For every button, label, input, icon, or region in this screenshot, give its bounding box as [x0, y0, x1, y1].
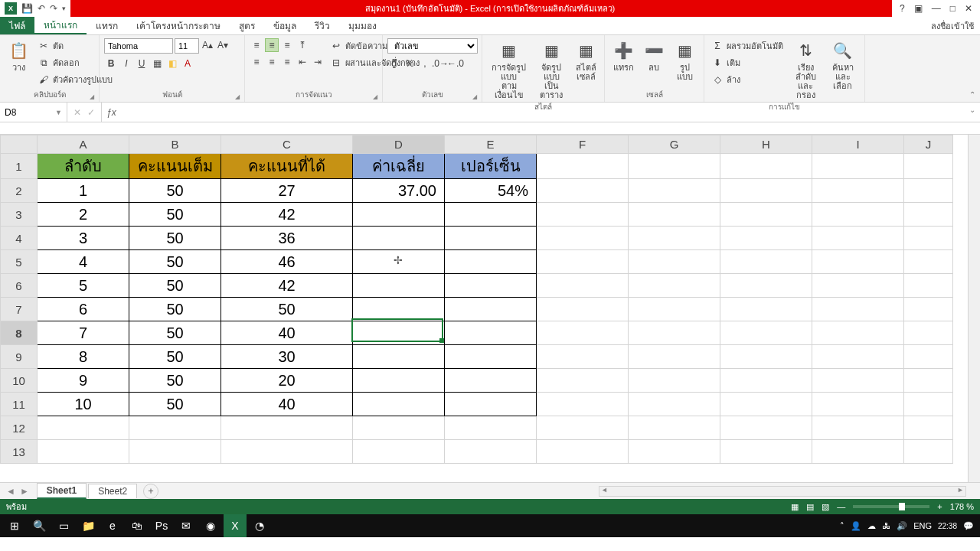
dec-decimal-icon[interactable]: ←.0 [449, 57, 462, 70]
cell[interactable] [629, 345, 720, 369]
zoom-level[interactable]: 178 % [950, 502, 974, 511]
font-name-combo[interactable] [104, 38, 173, 54]
cell[interactable] [812, 179, 904, 203]
col-header-G[interactable]: G [629, 135, 720, 154]
close-icon[interactable]: ✕ [963, 3, 974, 14]
cell[interactable] [904, 298, 953, 321]
align-middle-icon[interactable]: ≡ [265, 38, 279, 52]
cell[interactable] [904, 369, 953, 393]
cell[interactable] [812, 203, 904, 227]
cell-E3[interactable] [445, 203, 537, 227]
cell-B2[interactable]: 50 [129, 179, 221, 203]
cell[interactable] [812, 250, 904, 274]
sign-in-link[interactable]: ลงชื่อเข้าใช้ [931, 17, 974, 35]
cell-A6[interactable]: 5 [38, 274, 129, 298]
cell[interactable] [720, 321, 812, 345]
shrink-font-icon[interactable]: A▾ [216, 38, 230, 52]
cell[interactable] [904, 203, 953, 227]
cell-B3[interactable]: 50 [129, 203, 221, 227]
insert-cells-button[interactable]: ➕แทรก [609, 38, 637, 73]
cell-D10[interactable] [353, 369, 445, 393]
cell[interactable] [629, 154, 720, 179]
fx-icon[interactable]: ƒx [102, 103, 121, 122]
zoom-in-icon[interactable]: + [937, 502, 942, 511]
row-header-13[interactable]: 13 [1, 440, 38, 464]
cell-C8[interactable]: 40 [221, 321, 353, 345]
view-break-icon[interactable]: ▧ [822, 502, 829, 512]
cell[interactable] [629, 227, 720, 250]
undo-icon[interactable]: ↶ [38, 3, 45, 14]
tab-insert[interactable]: แทรก [87, 17, 127, 34]
cell-D6[interactable] [353, 274, 445, 298]
cell-C9[interactable]: 30 [221, 345, 353, 369]
cell[interactable] [904, 345, 953, 369]
explorer-icon[interactable]: 📁 [77, 514, 100, 537]
border-button[interactable]: ▦ [150, 57, 164, 70]
cell-D2[interactable]: 37.00 [353, 179, 445, 203]
cell-A9[interactable]: 8 [38, 345, 129, 369]
tab-view[interactable]: มุมมอง [339, 17, 386, 34]
cell[interactable] [812, 440, 904, 464]
header-cell-E[interactable]: เปอร์เซ็น [445, 154, 537, 179]
cell[interactable] [537, 154, 629, 179]
cell[interactable] [904, 440, 953, 464]
row-header-12[interactable]: 12 [1, 416, 38, 440]
cell[interactable] [812, 416, 904, 440]
cell-A5[interactable]: 4 [38, 250, 129, 274]
cell-E8[interactable] [445, 321, 537, 345]
cell[interactable] [629, 321, 720, 345]
cell-C6[interactable]: 42 [221, 274, 353, 298]
tab-layout[interactable]: เค้าโครงหน้ากระดาษ [127, 17, 230, 34]
cell[interactable] [629, 416, 720, 440]
cell[interactable] [812, 154, 904, 179]
cell-E4[interactable] [445, 227, 537, 250]
help-icon[interactable]: ? [898, 3, 906, 14]
cell-C7[interactable]: 50 [221, 298, 353, 321]
cell[interactable] [720, 298, 812, 321]
row-header-4[interactable]: 4 [1, 227, 38, 250]
cell[interactable] [537, 369, 629, 393]
align-top-icon[interactable]: ≡ [250, 38, 263, 52]
sheet-tab-1[interactable]: Sheet1 [37, 483, 87, 499]
percent-icon[interactable]: % [403, 57, 416, 70]
zoom-slider[interactable] [853, 505, 929, 508]
cell[interactable] [537, 298, 629, 321]
cell[interactable] [812, 321, 904, 345]
align-center-icon[interactable]: ≡ [265, 55, 279, 69]
launcher-icon[interactable]: ◢ [235, 93, 240, 100]
find-select-button[interactable]: 🔍ค้นหาและ เลือก [826, 38, 861, 92]
font-size-combo[interactable] [175, 38, 199, 54]
col-header-F[interactable]: F [537, 135, 629, 154]
search-icon[interactable]: 🔍 [28, 514, 51, 537]
name-box-input[interactable] [5, 107, 47, 118]
cell[interactable] [38, 440, 129, 464]
cell[interactable] [537, 203, 629, 227]
cell-E10[interactable] [445, 369, 537, 393]
cell-A2[interactable]: 1 [38, 179, 129, 203]
cell[interactable] [537, 321, 629, 345]
indent-dec-icon[interactable]: ⇤ [296, 55, 309, 69]
row-header-1[interactable]: 1 [1, 154, 38, 179]
row-header-8[interactable]: 8 [1, 321, 38, 345]
sheet-tab-2[interactable]: Sheet2 [88, 484, 137, 498]
cell[interactable] [629, 298, 720, 321]
tab-home[interactable]: หน้าแรก [34, 17, 87, 34]
cell[interactable] [720, 274, 812, 298]
zoom-out-icon[interactable]: ― [837, 502, 845, 511]
cell-B7[interactable]: 50 [129, 298, 221, 321]
launcher-icon[interactable]: ◢ [373, 93, 377, 100]
col-header-C[interactable]: C [221, 135, 353, 154]
cell[interactable] [720, 227, 812, 250]
cell-A10[interactable]: 9 [38, 369, 129, 393]
col-header-E[interactable]: E [445, 135, 537, 154]
cell-D9[interactable] [353, 345, 445, 369]
taskview-icon[interactable]: ▭ [52, 514, 75, 537]
tab-data[interactable]: ข้อมูล [264, 17, 305, 34]
ps-icon[interactable]: Ps [150, 514, 173, 537]
delete-cells-button[interactable]: ➖ลบ [640, 38, 668, 73]
header-cell-C[interactable]: คะแนนที่ได้ [221, 154, 353, 179]
cell[interactable] [720, 369, 812, 393]
fill-button[interactable]: ⬇เติม [709, 55, 786, 70]
cell[interactable] [904, 393, 953, 416]
cell-D8[interactable] [353, 321, 445, 345]
